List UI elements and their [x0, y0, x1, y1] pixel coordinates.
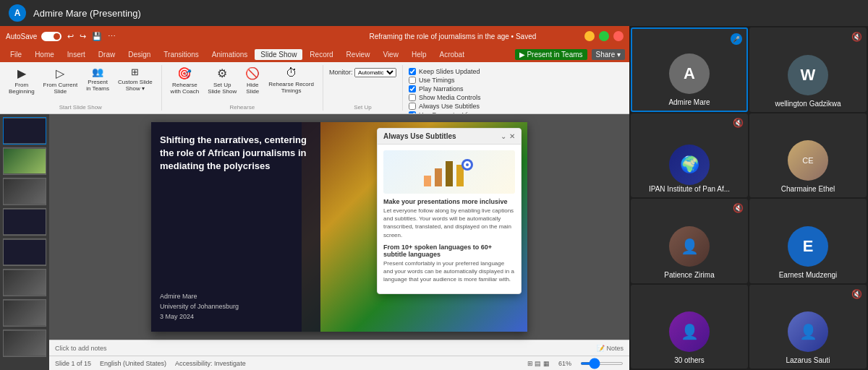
autosave-toggle[interactable] — [41, 32, 61, 41]
notes-icon[interactable]: 📝 Notes — [597, 345, 624, 352]
tab-transitions[interactable]: Transitions — [158, 49, 205, 60]
more-icon[interactable]: ⋯ — [106, 32, 117, 41]
avatar-others: 👤 — [669, 311, 710, 352]
tab-view[interactable]: View — [377, 49, 404, 60]
slide-thumbnails: 1 2 3 4 5 — [0, 114, 49, 370]
start-slideshow-label: Start Slide Show — [59, 103, 102, 111]
slide-main: Shifting the narratives, centering the r… — [49, 114, 629, 370]
mute-icon-ipan: 🔇 — [733, 118, 744, 128]
participant-card-wellington[interactable]: 🔇 W wellington Gadzikwa — [749, 27, 867, 112]
notes-placeholder: Click to add notes — [55, 345, 107, 352]
tab-review[interactable]: Review — [341, 49, 376, 60]
participant-name-wellington: wellington Gadzikwa — [775, 100, 841, 108]
slide-title: Shifting the narratives, centering the r… — [160, 134, 312, 173]
undo-icon[interactable]: ↩ — [66, 32, 75, 41]
participant-card-others[interactable]: 👤 30 others — [631, 285, 748, 369]
always-use-subtitles-check[interactable]: Always Use Subtitles — [409, 103, 481, 110]
tab-animations[interactable]: Animations — [206, 49, 253, 60]
rehearse-timings-btn[interactable]: ⏱ Rehearse RecordTimings — [265, 65, 317, 95]
tab-draw[interactable]: Draw — [93, 49, 121, 60]
mute-icon-patience: 🔇 — [733, 203, 744, 213]
present-in-teams-ribbon-btn[interactable]: 👥 Presentin Teams — [83, 65, 112, 93]
svg-rect-2 — [446, 161, 453, 186]
zoom-level: 61% — [558, 360, 571, 367]
thumb-img-1 — [4, 119, 46, 143]
avatar-earnest: E — [788, 226, 828, 267]
participant-name-patience: Patience Zirima — [664, 271, 714, 279]
present-in-teams-btn[interactable]: ▶ Present in Teams — [515, 49, 587, 60]
tab-acrobat[interactable]: Acrobat — [433, 49, 469, 60]
avatar-charmaine: CE — [788, 140, 828, 181]
subtitle-heading-2: From 10+ spoken languages to 60+ subtitl… — [383, 244, 515, 258]
zoom-slider[interactable] — [580, 362, 624, 365]
filename: Reframing the role of journalisms in the… — [326, 33, 580, 40]
subtitle-panel-collapse[interactable]: ⌄ — [501, 132, 506, 140]
participant-card-lazarus[interactable]: 🔇 👤 Lazarus Sauti — [749, 285, 867, 369]
avatar-lazarus: 👤 — [788, 311, 828, 352]
slide-thumb-4[interactable]: 4 — [3, 208, 46, 236]
tab-help[interactable]: Help — [406, 49, 433, 60]
setup-slideshow-btn[interactable]: ⚙ Set UpSlide Show — [205, 65, 239, 96]
slide-count: Slide 1 of 15 — [55, 360, 91, 367]
minimize-button[interactable] — [584, 31, 595, 41]
participant-grid: 🎤 A Admire Mare 🔇 W wellington Gadzikwa … — [629, 26, 868, 370]
slide-thumb-6[interactable]: 6 — [3, 269, 46, 296]
captions-group: Keep Slides Updated Use Timings Play Nar… — [409, 65, 487, 111]
chart-illustration — [420, 154, 478, 190]
presenter-name: Admire Mare (Presenting) — [33, 8, 141, 19]
slide-thumb-2[interactable]: 2 — [3, 147, 46, 175]
redo-icon[interactable]: ↪ — [78, 32, 88, 41]
subtitle-panel-close[interactable]: ✕ — [509, 132, 515, 140]
avatar-ipan: 🌍 — [669, 145, 710, 185]
participant-card-ipan[interactable]: 🔇 🌍 IPAN Institute of Pan Af... — [631, 113, 748, 198]
tab-file[interactable]: File — [4, 49, 27, 60]
participants-panel: 🎤 A Admire Mare 🔇 W wellington Gadzikwa … — [629, 26, 868, 370]
view-buttons[interactable]: ⊞ ▤ ▦ — [527, 360, 550, 367]
slide-thumb-8[interactable]: 8 — [3, 330, 46, 357]
subtitle-text-2: Present comfortably in your preferred la… — [383, 259, 515, 284]
close-button[interactable] — [613, 31, 624, 41]
slide-university: University of Johannesburg — [160, 303, 312, 310]
notes-bar[interactable]: Click to add notes 📝 Notes — [49, 340, 629, 356]
from-beginning-btn[interactable]: ▶ FromBeginning — [6, 65, 38, 96]
monitor-select[interactable]: Automatic — [354, 68, 396, 77]
slide-thumb-1[interactable]: 1 — [3, 117, 46, 145]
subtitle-heading-1: Make your presentations more inclusive — [383, 198, 515, 205]
powerpoint-area: AutoSave ↩ ↪ 💾 ⋯ Reframing the role of j… — [0, 26, 629, 370]
participant-card-patience[interactable]: 🔇 👤 Patience Zirima — [631, 199, 748, 283]
tab-record[interactable]: Record — [304, 49, 339, 60]
slide-author: Admire Mare — [160, 293, 312, 300]
svg-rect-0 — [424, 176, 431, 186]
custom-slide-show-btn[interactable]: ⊞ Custom SlideShow ▾ — [115, 65, 156, 93]
keep-slides-updated-check[interactable]: Keep Slides Updated — [409, 68, 481, 75]
slide-thumb-7[interactable]: 7 — [3, 299, 46, 327]
status-bar: Slide 1 of 15 English (United States) Ac… — [49, 356, 629, 370]
maximize-button[interactable] — [599, 31, 609, 41]
participant-name-charmaine: Charmaine Ethel — [781, 185, 835, 193]
tab-design[interactable]: Design — [122, 49, 156, 60]
play-narrations-check[interactable]: Play Narrations — [409, 85, 481, 92]
participant-card-admire[interactable]: 🎤 A Admire Mare — [631, 27, 748, 112]
save-icon[interactable]: 💾 — [90, 32, 103, 41]
rehearse-coach-btn[interactable]: 🎯 Rehearsewith Coach — [168, 65, 203, 96]
mute-icon-wellington: 🔇 — [851, 32, 862, 42]
participant-card-charmaine[interactable]: CE Charmaine Ethel — [749, 113, 867, 198]
hide-slide-btn[interactable]: 🚫 HideSlide — [242, 65, 263, 96]
slide-thumb-3[interactable]: 3 — [3, 178, 46, 205]
thumb-img-2 — [4, 149, 46, 173]
thumb-img-8 — [4, 331, 46, 356]
from-current-slide-btn[interactable]: ▷ From CurrentSlide — [41, 65, 81, 96]
tab-home[interactable]: Home — [29, 49, 60, 60]
participant-card-earnest[interactable]: E Earnest Mudzengi — [749, 199, 867, 283]
share-btn[interactable]: Share ▾ — [592, 49, 625, 60]
slide-thumb-5[interactable]: 5 — [3, 238, 46, 266]
tab-slideshow[interactable]: Slide Show — [255, 49, 302, 60]
tab-insert[interactable]: Insert — [61, 49, 91, 60]
use-timings-check[interactable]: Use Timings — [409, 77, 481, 84]
subtitle-panel-body: Make your presentations more inclusive L… — [378, 145, 521, 293]
show-media-controls-check[interactable]: Show Media Controls — [409, 94, 481, 101]
participant-name-ipan: IPAN Institute of Pan Af... — [649, 185, 730, 193]
participant-name-earnest: Earnest Mudzengi — [779, 271, 838, 279]
language-indicator: English (United States) — [100, 360, 166, 367]
thumb-img-4 — [4, 210, 46, 234]
